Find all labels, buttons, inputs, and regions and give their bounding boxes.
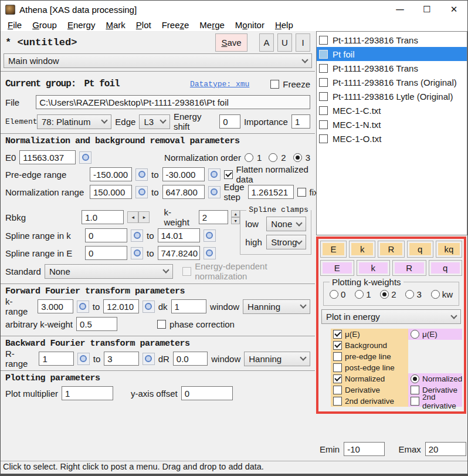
- group-mark-checkbox[interactable]: [319, 36, 328, 45]
- preedge-from-pluck-button[interactable]: [135, 168, 148, 181]
- preedge-from-input[interactable]: -150.000: [90, 167, 132, 181]
- kweight-3-option[interactable]: 3: [405, 289, 421, 299]
- second-derivative-right-option[interactable]: 2nd derivative: [408, 396, 462, 407]
- group-mark-checkbox[interactable]: [319, 92, 328, 101]
- emax-input[interactable]: 20: [425, 442, 466, 456]
- menu-mark[interactable]: Mark: [100, 18, 130, 31]
- mu-e-radio-option[interactable]: μ(E): [408, 329, 462, 340]
- group-mark-checkbox[interactable]: [319, 50, 328, 59]
- unmark-all-button[interactable]: U: [277, 33, 292, 52]
- group-list-item[interactable]: MEC-1-O.txt: [317, 131, 467, 146]
- norm-from-pluck-button[interactable]: [135, 186, 148, 198]
- derivative-option[interactable]: Derivative: [331, 384, 408, 396]
- kweight-1-option[interactable]: 1: [355, 289, 371, 299]
- emin-input[interactable]: -10: [344, 442, 385, 456]
- second-derivative-option[interactable]: 2nd derivative: [331, 396, 408, 407]
- group-mark-checkbox[interactable]: [319, 120, 328, 129]
- norm-order-2-radio[interactable]: [269, 153, 277, 162]
- menu-plot[interactable]: Plot: [131, 18, 157, 31]
- preedge-to-pluck-button[interactable]: [208, 168, 221, 181]
- importance-input[interactable]: 1: [291, 114, 310, 129]
- kweight-input[interactable]: 2: [199, 210, 228, 224]
- krange-from-input[interactable]: 3.000: [38, 299, 73, 313]
- spline-e-from-input[interactable]: 0: [85, 246, 127, 260]
- group-list-item[interactable]: Pt-1111-293816 Trans (Original): [317, 75, 467, 89]
- norm-order-3-radio[interactable]: [293, 153, 302, 162]
- rrange-from-input[interactable]: 1: [39, 352, 73, 366]
- group-mark-checkbox[interactable]: [319, 106, 328, 115]
- invert-marks-button[interactable]: I: [296, 33, 310, 52]
- e0-input[interactable]: 11563.037: [19, 150, 76, 164]
- spline-k-to-input[interactable]: 14.01: [158, 228, 200, 242]
- fft-window-select[interactable]: Hanning: [243, 299, 310, 314]
- menu-file[interactable]: File: [2, 18, 27, 31]
- plot-marked-q-button[interactable]: q: [407, 241, 433, 258]
- plot-current-q-button[interactable]: q: [429, 260, 463, 276]
- rbkg-spinner[interactable]: ◂▸: [127, 211, 150, 223]
- preedge-to-input[interactable]: -30.000: [162, 167, 205, 181]
- mu-e-option[interactable]: μ(E): [331, 329, 408, 340]
- menu-monitor[interactable]: Monitor: [230, 18, 270, 31]
- menu-energy[interactable]: Energy: [62, 18, 101, 31]
- kweight-2-option[interactable]: 2: [380, 289, 396, 299]
- dr-input[interactable]: 0.0: [173, 352, 208, 366]
- spline-e-to-pluck-button[interactable]: [204, 247, 216, 259]
- group-mark-checkbox[interactable]: [319, 64, 328, 73]
- krange-from-pluck-button[interactable]: [77, 301, 89, 313]
- spline-k-to-pluck-button[interactable]: [204, 229, 216, 242]
- menu-merge[interactable]: Merge: [194, 18, 230, 31]
- krange-to-input[interactable]: 12.010: [103, 299, 138, 313]
- mark-all-button[interactable]: A: [259, 33, 274, 52]
- standard-select[interactable]: None: [45, 264, 173, 279]
- postedge-line-option[interactable]: post-edge line: [331, 362, 408, 373]
- plot-multiplier-input[interactable]: 1: [62, 386, 113, 400]
- spline-k-from-input[interactable]: 0: [85, 228, 127, 242]
- plot-marked-kq-button[interactable]: kq: [436, 241, 462, 258]
- normalized-radio-option[interactable]: Normalized: [408, 373, 462, 384]
- flatten-checkbox[interactable]: [224, 170, 233, 179]
- group-list-item[interactable]: MEC-1-C.txt: [317, 103, 467, 117]
- menu-help[interactable]: Help: [270, 18, 299, 31]
- maximize-button[interactable]: ☐: [413, 1, 440, 18]
- preedge-line-option[interactable]: pre-edge line: [331, 351, 408, 362]
- bft-window-select[interactable]: Hanning: [244, 352, 310, 366]
- plot-marked-k-button[interactable]: k: [349, 241, 375, 258]
- group-list-item[interactable]: Pt-1111-293816 Lytle (Original): [317, 89, 467, 103]
- close-button[interactable]: ✕: [440, 1, 467, 18]
- edge-step-input[interactable]: 1.261521: [248, 185, 294, 199]
- background-option[interactable]: Background: [331, 340, 408, 351]
- minimize-button[interactable]: —: [386, 1, 413, 18]
- energy-shift-input[interactable]: 0: [219, 114, 240, 129]
- kweight-kw-option[interactable]: kw: [431, 289, 453, 299]
- plot-current-k-button[interactable]: k: [357, 260, 391, 276]
- plot-current-r-button[interactable]: R: [392, 260, 426, 276]
- norm-to-input[interactable]: 647.800: [162, 185, 205, 199]
- datatype-link[interactable]: Datatype: xmu: [190, 80, 249, 89]
- phase-correction-checkbox[interactable]: [157, 320, 166, 329]
- save-button[interactable]: Save: [215, 33, 247, 52]
- dk-input[interactable]: 1: [171, 299, 206, 313]
- spline-k-from-pluck-button[interactable]: [131, 229, 143, 242]
- kweight-0-option[interactable]: 0: [330, 289, 345, 299]
- freeze-checkbox[interactable]: [270, 80, 279, 89]
- rrange-from-pluck-button[interactable]: [77, 353, 90, 365]
- plot-current-e-button[interactable]: E: [320, 260, 354, 276]
- spline-e-from-pluck-button[interactable]: [131, 247, 143, 259]
- rrange-to-input[interactable]: 3: [104, 352, 138, 366]
- kweight-spinner[interactable]: ▲▼: [231, 210, 240, 224]
- krange-to-pluck-button[interactable]: [143, 301, 155, 313]
- yaxis-offset-input[interactable]: 0: [181, 386, 233, 400]
- menu-group[interactable]: Group: [27, 18, 62, 31]
- plot-space-select[interactable]: Plot in energy: [321, 309, 461, 324]
- group-list-item[interactable]: Pt foil: [317, 47, 467, 61]
- plot-marked-r-button[interactable]: R: [378, 241, 404, 258]
- plot-marked-e-button[interactable]: E: [320, 241, 347, 258]
- e0-pluck-button[interactable]: [79, 151, 91, 164]
- group-mark-checkbox[interactable]: [319, 134, 328, 143]
- spline-e-to-input[interactable]: 747.8240: [158, 246, 200, 260]
- menu-freeze[interactable]: Freeze: [157, 18, 195, 31]
- normalized-option[interactable]: Normalized: [331, 373, 408, 384]
- group-mark-checkbox[interactable]: [319, 78, 328, 87]
- window-select[interactable]: Main window: [4, 53, 312, 68]
- clamp-low-select[interactable]: None: [266, 217, 306, 231]
